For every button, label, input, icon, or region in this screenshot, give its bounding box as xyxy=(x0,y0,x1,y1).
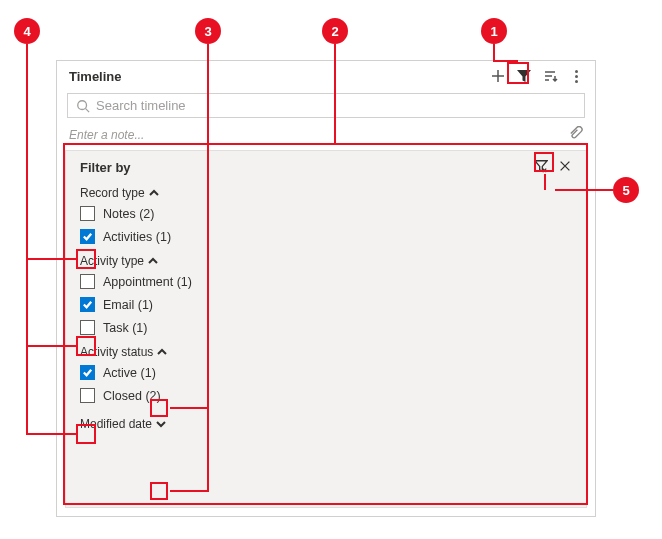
sort-icon[interactable] xyxy=(541,67,559,85)
section-activity-type[interactable]: Activity type xyxy=(80,254,572,268)
group-record-type: Record type Notes (2) Activities (1) xyxy=(80,186,572,244)
option-activities[interactable]: Activities (1) xyxy=(80,229,572,244)
option-label: Email (1) xyxy=(103,298,153,312)
section-label: Modified date xyxy=(80,417,152,431)
filter-panel-header: Filter by xyxy=(80,159,572,176)
leader-3v xyxy=(207,44,209,492)
option-active[interactable]: Active (1) xyxy=(80,365,572,380)
leader-4h2 xyxy=(26,345,76,347)
section-modified-date[interactable]: Modified date xyxy=(80,417,572,431)
checkbox[interactable] xyxy=(80,274,95,289)
option-email[interactable]: Email (1) xyxy=(80,297,572,312)
option-label: Notes (2) xyxy=(103,207,154,221)
leader-5h xyxy=(555,189,613,191)
callout-2: 2 xyxy=(322,18,348,44)
chevron-down-icon xyxy=(156,419,166,429)
leader-5v xyxy=(544,174,546,190)
timeline-card: Timeline Search timeline Enter a note... xyxy=(56,60,596,517)
option-appointment[interactable]: Appointment (1) xyxy=(80,274,572,289)
callout-1: 1 xyxy=(481,18,507,44)
leader-1h xyxy=(493,60,518,62)
option-task[interactable]: Task (1) xyxy=(80,320,572,335)
attachment-icon[interactable] xyxy=(568,126,583,144)
note-input-row[interactable]: Enter a note... xyxy=(57,118,595,150)
leader-4h1 xyxy=(26,258,76,260)
section-label: Activity type xyxy=(80,254,144,268)
checkbox[interactable] xyxy=(80,365,95,380)
callout-3: 3 xyxy=(195,18,221,44)
search-placeholder: Search timeline xyxy=(96,98,186,113)
leader-4v xyxy=(26,44,28,434)
option-label: Task (1) xyxy=(103,321,147,335)
callout-4: 4 xyxy=(14,18,40,44)
chevron-up-icon xyxy=(157,347,167,357)
add-icon[interactable] xyxy=(489,67,507,85)
checkbox[interactable] xyxy=(80,297,95,312)
callout-5: 5 xyxy=(613,177,639,203)
option-closed[interactable]: Closed (2) xyxy=(80,388,572,403)
option-label: Active (1) xyxy=(103,366,156,380)
chevron-up-icon xyxy=(149,188,159,198)
page-title: Timeline xyxy=(69,69,489,84)
svg-point-0 xyxy=(78,100,87,109)
checkbox[interactable] xyxy=(80,388,95,403)
option-label: Closed (2) xyxy=(103,389,161,403)
section-label: Record type xyxy=(80,186,145,200)
filter-panel-title: Filter by xyxy=(80,160,534,175)
timeline-header: Timeline xyxy=(57,61,595,89)
leader-3h1 xyxy=(170,407,208,409)
filter-panel: Filter by Record type Notes (2) xyxy=(65,150,587,508)
option-label: Appointment (1) xyxy=(103,275,192,289)
search-icon xyxy=(76,99,90,113)
note-placeholder: Enter a note... xyxy=(69,128,144,142)
option-notes[interactable]: Notes (2) xyxy=(80,206,572,221)
group-modified-date: Modified date xyxy=(80,417,572,431)
group-activity-type: Activity type Appointment (1) Email (1) … xyxy=(80,254,572,335)
checkbox[interactable] xyxy=(80,229,95,244)
leader-2 xyxy=(334,44,336,144)
chevron-up-icon xyxy=(148,256,158,266)
section-activity-status[interactable]: Activity status xyxy=(80,345,572,359)
leader-4h3 xyxy=(26,433,76,435)
group-activity-status: Activity status Active (1) Closed (2) xyxy=(80,345,572,403)
filter-icon[interactable] xyxy=(515,67,533,85)
option-label: Activities (1) xyxy=(103,230,171,244)
header-actions xyxy=(489,67,585,85)
leader-1v xyxy=(493,44,495,60)
section-record-type[interactable]: Record type xyxy=(80,186,572,200)
close-icon[interactable] xyxy=(558,159,572,176)
search-input[interactable]: Search timeline xyxy=(67,93,585,118)
section-label: Activity status xyxy=(80,345,153,359)
leader-3h2 xyxy=(170,490,208,492)
kebab-icon[interactable] xyxy=(567,67,585,85)
checkbox[interactable] xyxy=(80,320,95,335)
checkbox[interactable] xyxy=(80,206,95,221)
